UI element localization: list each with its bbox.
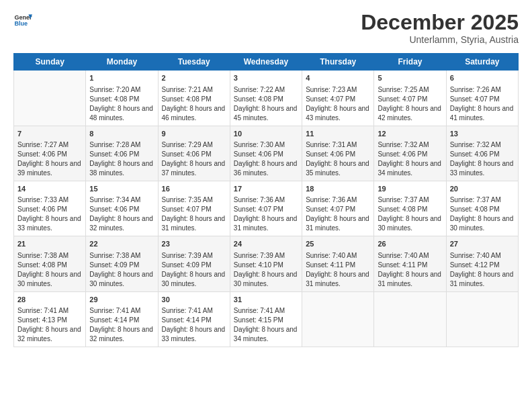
cell-content: Sunrise: 7:33 AMSunset: 4:06 PMDaylight:… (17, 196, 81, 232)
week-row-2: 14Sunrise: 7:33 AMSunset: 4:06 PMDayligh… (14, 181, 519, 236)
calendar-cell: 2Sunrise: 7:21 AMSunset: 4:08 PMDaylight… (158, 71, 230, 126)
calendar-cell: 3Sunrise: 7:22 AMSunset: 4:08 PMDaylight… (230, 71, 302, 126)
calendar-cell: 6Sunrise: 7:26 AMSunset: 4:07 PMDaylight… (446, 71, 518, 126)
cell-content: Sunrise: 7:40 AMSunset: 4:11 PMDaylight:… (306, 252, 369, 287)
day-number: 10 (234, 129, 298, 139)
day-number: 20 (450, 184, 515, 194)
col-header-monday: Monday (86, 54, 158, 71)
calendar-cell: 7Sunrise: 7:27 AMSunset: 4:06 PMDaylight… (14, 126, 86, 181)
cell-content: Sunrise: 7:32 AMSunset: 4:06 PMDaylight:… (378, 141, 441, 177)
calendar-cell: 10Sunrise: 7:30 AMSunset: 4:06 PMDayligh… (230, 126, 302, 181)
calendar-cell: 1Sunrise: 7:20 AMSunset: 4:08 PMDaylight… (86, 71, 158, 126)
calendar-cell: 19Sunrise: 7:37 AMSunset: 4:08 PMDayligh… (374, 181, 446, 236)
calendar-cell (374, 291, 446, 347)
day-number: 11 (306, 129, 370, 139)
cell-content: Sunrise: 7:26 AMSunset: 4:07 PMDaylight:… (450, 86, 514, 122)
cell-content: Sunrise: 7:39 AMSunset: 4:09 PMDaylight:… (162, 252, 226, 287)
calendar-cell: 4Sunrise: 7:23 AMSunset: 4:07 PMDaylight… (302, 71, 374, 126)
cell-content: Sunrise: 7:41 AMSunset: 4:14 PMDaylight:… (89, 307, 153, 342)
calendar-cell: 9Sunrise: 7:29 AMSunset: 4:06 PMDaylight… (158, 126, 230, 181)
calendar-cell: 8Sunrise: 7:28 AMSunset: 4:06 PMDaylight… (86, 126, 158, 181)
calendar-cell: 21Sunrise: 7:38 AMSunset: 4:08 PMDayligh… (14, 236, 86, 291)
month-title: December 2025 (361, 11, 519, 34)
calendar-cell: 13Sunrise: 7:32 AMSunset: 4:06 PMDayligh… (446, 126, 518, 181)
calendar-cell: 11Sunrise: 7:31 AMSunset: 4:06 PMDayligh… (302, 126, 374, 181)
cell-content: Sunrise: 7:20 AMSunset: 4:08 PMDaylight:… (89, 86, 153, 122)
cell-content: Sunrise: 7:41 AMSunset: 4:13 PMDaylight:… (17, 307, 81, 342)
calendar-cell: 17Sunrise: 7:36 AMSunset: 4:07 PMDayligh… (230, 181, 302, 236)
calendar-cell: 26Sunrise: 7:40 AMSunset: 4:11 PMDayligh… (374, 236, 446, 291)
cell-content: Sunrise: 7:41 AMSunset: 4:14 PMDaylight:… (162, 307, 226, 342)
day-number: 29 (89, 295, 154, 305)
cell-content: Sunrise: 7:37 AMSunset: 4:08 PMDaylight:… (378, 196, 441, 232)
day-number: 18 (306, 184, 370, 194)
day-number: 19 (378, 184, 442, 194)
cell-content: Sunrise: 7:22 AMSunset: 4:08 PMDaylight:… (234, 86, 298, 122)
calendar-cell: 27Sunrise: 7:40 AMSunset: 4:12 PMDayligh… (446, 236, 518, 291)
calendar-cell: 28Sunrise: 7:41 AMSunset: 4:13 PMDayligh… (14, 291, 86, 347)
day-number: 26 (378, 239, 442, 249)
day-number: 6 (450, 73, 515, 83)
week-row-0: 1Sunrise: 7:20 AMSunset: 4:08 PMDaylight… (14, 71, 519, 126)
cell-content: Sunrise: 7:25 AMSunset: 4:07 PMDaylight:… (378, 86, 441, 122)
week-row-3: 21Sunrise: 7:38 AMSunset: 4:08 PMDayligh… (14, 236, 519, 291)
col-header-saturday: Saturday (446, 54, 518, 71)
calendar-cell (302, 291, 374, 347)
calendar-cell: 24Sunrise: 7:39 AMSunset: 4:10 PMDayligh… (230, 236, 302, 291)
day-number: 14 (17, 184, 82, 194)
header-row: SundayMondayTuesdayWednesdayThursdayFrid… (14, 54, 519, 71)
col-header-wednesday: Wednesday (230, 54, 302, 71)
cell-content: Sunrise: 7:35 AMSunset: 4:07 PMDaylight:… (162, 196, 226, 232)
cell-content: Sunrise: 7:38 AMSunset: 4:08 PMDaylight:… (17, 252, 81, 287)
day-number: 4 (306, 73, 370, 83)
calendar-cell: 18Sunrise: 7:36 AMSunset: 4:07 PMDayligh… (302, 181, 374, 236)
cell-content: Sunrise: 7:37 AMSunset: 4:08 PMDaylight:… (450, 196, 514, 232)
calendar-cell: 31Sunrise: 7:41 AMSunset: 4:15 PMDayligh… (230, 291, 302, 347)
col-header-thursday: Thursday (302, 54, 374, 71)
page: General Blue December 2025 Unterlamm, St… (0, 0, 532, 411)
calendar-cell: 23Sunrise: 7:39 AMSunset: 4:09 PMDayligh… (158, 236, 230, 291)
day-number: 5 (378, 73, 442, 83)
cell-content: Sunrise: 7:32 AMSunset: 4:06 PMDaylight:… (450, 141, 514, 177)
cell-content: Sunrise: 7:29 AMSunset: 4:06 PMDaylight:… (162, 141, 226, 177)
svg-text:Blue: Blue (14, 20, 28, 27)
title-block: December 2025 Unterlamm, Styria, Austria (361, 11, 519, 45)
cell-content: Sunrise: 7:36 AMSunset: 4:07 PMDaylight:… (306, 196, 369, 232)
col-header-tuesday: Tuesday (158, 54, 230, 71)
day-number: 27 (450, 239, 515, 249)
day-number: 30 (162, 295, 226, 305)
day-number: 13 (450, 129, 515, 139)
calendar-cell: 29Sunrise: 7:41 AMSunset: 4:14 PMDayligh… (86, 291, 158, 347)
cell-content: Sunrise: 7:28 AMSunset: 4:06 PMDaylight:… (89, 141, 153, 177)
calendar-cell (14, 71, 86, 126)
cell-content: Sunrise: 7:31 AMSunset: 4:06 PMDaylight:… (306, 141, 369, 177)
cell-content: Sunrise: 7:40 AMSunset: 4:12 PMDaylight:… (450, 252, 514, 287)
cell-content: Sunrise: 7:27 AMSunset: 4:06 PMDaylight:… (17, 141, 81, 177)
cell-content: Sunrise: 7:40 AMSunset: 4:11 PMDaylight:… (378, 252, 441, 287)
calendar-cell: 15Sunrise: 7:34 AMSunset: 4:06 PMDayligh… (86, 181, 158, 236)
day-number: 9 (162, 129, 226, 139)
cell-content: Sunrise: 7:34 AMSunset: 4:06 PMDaylight:… (89, 196, 153, 232)
day-number: 25 (306, 239, 370, 249)
day-number: 23 (162, 239, 226, 249)
calendar-cell: 30Sunrise: 7:41 AMSunset: 4:14 PMDayligh… (158, 291, 230, 347)
cell-content: Sunrise: 7:39 AMSunset: 4:10 PMDaylight:… (234, 252, 298, 287)
calendar-cell (446, 291, 518, 347)
cell-content: Sunrise: 7:38 AMSunset: 4:09 PMDaylight:… (89, 252, 153, 287)
logo-icon: General Blue (13, 11, 32, 30)
day-number: 8 (89, 129, 154, 139)
cell-content: Sunrise: 7:21 AMSunset: 4:08 PMDaylight:… (162, 86, 226, 122)
calendar-cell: 22Sunrise: 7:38 AMSunset: 4:09 PMDayligh… (86, 236, 158, 291)
day-number: 24 (234, 239, 298, 249)
day-number: 3 (234, 73, 298, 83)
day-number: 16 (162, 184, 226, 194)
day-number: 15 (89, 184, 154, 194)
day-number: 7 (17, 129, 82, 139)
calendar-cell: 20Sunrise: 7:37 AMSunset: 4:08 PMDayligh… (446, 181, 518, 236)
day-number: 12 (378, 129, 442, 139)
day-number: 17 (234, 184, 298, 194)
location: Unterlamm, Styria, Austria (361, 34, 519, 45)
day-number: 31 (234, 295, 298, 305)
cell-content: Sunrise: 7:23 AMSunset: 4:07 PMDaylight:… (306, 86, 369, 122)
calendar-cell: 25Sunrise: 7:40 AMSunset: 4:11 PMDayligh… (302, 236, 374, 291)
